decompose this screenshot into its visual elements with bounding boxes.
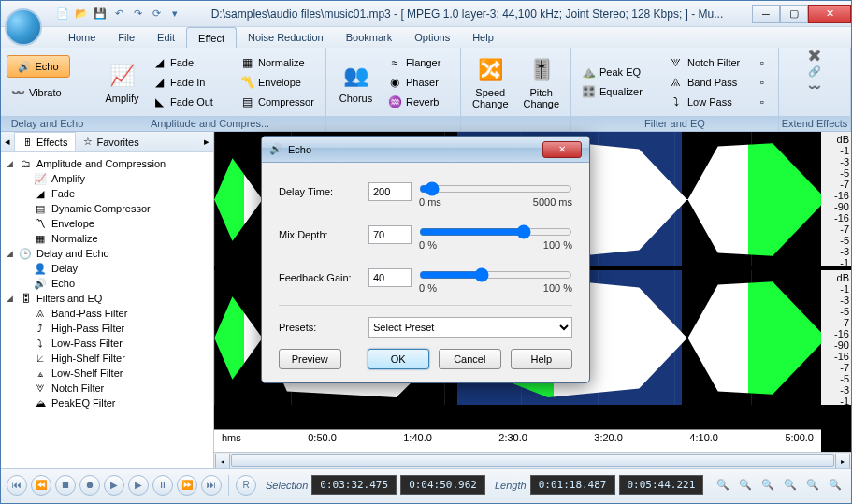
tab-noise-reduction[interactable]: Noise Reduction [237, 27, 335, 48]
tree-item[interactable]: ⩓Band-Pass Filter [1, 306, 213, 321]
zoom-tool-5[interactable]: 🔍 [802, 475, 823, 496]
filter-extra-3[interactable]: ▫ [753, 93, 772, 111]
goto-end-button[interactable]: ⏭ [201, 475, 222, 496]
amplify-button[interactable]: 📈Amplify [100, 51, 144, 113]
tree-item[interactable]: ⟁Low-Shelf Filter [1, 366, 213, 381]
tab-edit[interactable]: Edit [146, 27, 186, 48]
tab-options[interactable]: Options [403, 27, 461, 48]
new-icon[interactable]: 📄 [55, 7, 70, 22]
rewind-button[interactable]: ⏪ [31, 475, 51, 496]
envelope-button[interactable]: 〽️Envelope [236, 73, 320, 92]
notch-button[interactable]: ⩔Notch Filter [665, 53, 749, 72]
extend-icon-3[interactable]: 〰️ [808, 81, 821, 94]
fadeout-button[interactable]: ◣Fade Out [148, 93, 232, 111]
delay-time-input[interactable] [368, 182, 412, 201]
stop-button[interactable]: ⏹ [55, 475, 76, 496]
tree-item[interactable]: 📈Amplify [1, 171, 213, 186]
pause-button[interactable]: ⏸ [152, 475, 173, 496]
mix-depth-input[interactable] [368, 225, 412, 244]
play-button[interactable]: ▶ [104, 475, 124, 496]
total-value[interactable]: 0:05:44.221 [619, 475, 704, 495]
dialog-close-button[interactable]: ✕ [542, 141, 582, 158]
tree-item[interactable]: ⤴High-Pass Filter [1, 321, 213, 336]
repeat-button[interactable]: R [236, 475, 256, 496]
speed-change-button[interactable]: 🔀Speed Change [467, 51, 514, 113]
close-button[interactable]: ✕ [808, 5, 851, 23]
ok-button[interactable]: OK [368, 349, 430, 369]
undo-icon[interactable]: ↶ [111, 7, 126, 22]
side-tab-effects[interactable]: 🎚Effects [14, 132, 76, 151]
effects-tree[interactable]: ◢🗂Amplitude and Compression 📈Amplify ◢Fa… [1, 152, 213, 468]
vibrato-button[interactable]: 〰️Vibrato [7, 83, 81, 102]
filter-extra-2[interactable]: ▫ [753, 73, 772, 92]
tree-item[interactable]: ⛰PeakEQ Filter [1, 396, 213, 410]
open-icon[interactable]: 📂 [74, 7, 89, 22]
tree-item[interactable]: ⩔Notch Filter [1, 381, 213, 396]
side-collapse-right[interactable]: ▸ [200, 136, 213, 148]
extend-icon-1[interactable]: ✖️ [808, 50, 821, 62]
tree-item[interactable]: ◢Fade [1, 186, 213, 201]
zoom-tool-4[interactable]: 🔍 [780, 475, 801, 496]
extend-icon-2[interactable]: 🔗 [808, 65, 821, 78]
side-collapse-left[interactable]: ◂ [1, 136, 14, 148]
bandpass-button[interactable]: ⩓Band Pass [665, 73, 749, 92]
tab-help[interactable]: Help [461, 27, 505, 48]
dialog-titlebar[interactable]: 🔊 Echo ✕ [262, 137, 589, 163]
filter-extra-1[interactable]: ▫ [753, 53, 772, 72]
time-ruler[interactable]: hms0:50.01:40.02:30.03:20.04:10.05:00.0 [214, 429, 821, 452]
echo-button[interactable]: 🔊Echo [7, 55, 70, 78]
forward-button[interactable]: ⏩ [177, 475, 197, 496]
selection-end[interactable]: 0:04:50.962 [400, 475, 485, 495]
fade-button[interactable]: ◢Fade [148, 53, 232, 72]
side-tab-favorites[interactable]: ☆Favorites [76, 132, 146, 151]
cancel-button[interactable]: Cancel [439, 349, 501, 369]
tree-item[interactable]: ⟀High-Shelf Filter [1, 351, 213, 366]
refresh-icon[interactable]: ⟳ [149, 7, 164, 22]
tree-item[interactable]: 🔊Echo [1, 276, 213, 291]
pitch-change-button[interactable]: 🎚️Pitch Change [518, 51, 566, 113]
goto-start-button[interactable]: ⏮ [7, 475, 27, 496]
equalizer-button[interactable]: 🎛️Equalizer [577, 82, 661, 101]
compressor-button[interactable]: ▤Compressor [236, 93, 320, 111]
flanger-button[interactable]: ≈Flanger [383, 53, 455, 72]
selection-start[interactable]: 0:03:32.475 [311, 475, 397, 495]
tree-item[interactable]: 〽Envelope [1, 216, 213, 231]
feedback-gain-slider[interactable] [419, 267, 572, 282]
save-icon[interactable]: 💾 [93, 7, 108, 22]
scroll-right-icon[interactable]: ▸ [835, 454, 850, 468]
tab-bookmark[interactable]: Bookmark [335, 27, 404, 48]
peakeq-button[interactable]: ⛰️Peak EQ [577, 63, 661, 81]
tree-item[interactable]: 👤Delay [1, 261, 213, 276]
tree-item[interactable]: ▤Dynamic Compressor [1, 201, 213, 216]
minimize-button[interactable]: ─ [752, 5, 780, 23]
zoom-tool-3[interactable]: 🔍 [758, 475, 778, 496]
record-button[interactable]: ⏺ [79, 475, 100, 496]
tab-home[interactable]: Home [57, 27, 107, 48]
help-button[interactable]: Help [511, 349, 573, 369]
qat-dropdown-icon[interactable]: ▾ [167, 7, 182, 22]
maximize-button[interactable]: ▢ [780, 5, 808, 23]
play-loop-button[interactable]: ▶ [128, 475, 149, 496]
mix-depth-slider[interactable] [419, 224, 572, 239]
tab-effect[interactable]: Effect [186, 27, 237, 48]
lowpass-button[interactable]: ⤵Low Pass [665, 93, 749, 111]
horizontal-scrollbar[interactable]: ◂ ▸ [214, 452, 851, 468]
length-value[interactable]: 0:01:18.487 [530, 475, 615, 495]
tab-file[interactable]: File [107, 27, 146, 48]
scroll-left-icon[interactable]: ◂ [215, 454, 230, 468]
reverb-button[interactable]: ♒Reverb [383, 93, 455, 111]
redo-icon[interactable]: ↷ [130, 7, 145, 22]
delay-time-slider[interactable] [419, 181, 572, 196]
zoom-tool-6[interactable]: 🔍 [825, 475, 845, 496]
presets-select[interactable]: Select Preset [368, 317, 572, 338]
zoom-tool-2[interactable]: 🔍 [735, 475, 756, 496]
chorus-button[interactable]: 👥Chorus [332, 51, 380, 113]
fadein-button[interactable]: ◢Fade In [148, 73, 232, 92]
phaser-button[interactable]: ◉Phaser [383, 73, 455, 92]
tree-item[interactable]: ▦Normalize [1, 231, 213, 246]
tree-item[interactable]: ⤵Low-Pass Filter [1, 336, 213, 351]
normalize-button[interactable]: ▦Normalize [236, 53, 320, 72]
preview-button[interactable]: Preview [279, 349, 341, 369]
app-orb[interactable] [5, 8, 42, 46]
zoom-tool-1[interactable]: 🔍 [713, 475, 733, 496]
